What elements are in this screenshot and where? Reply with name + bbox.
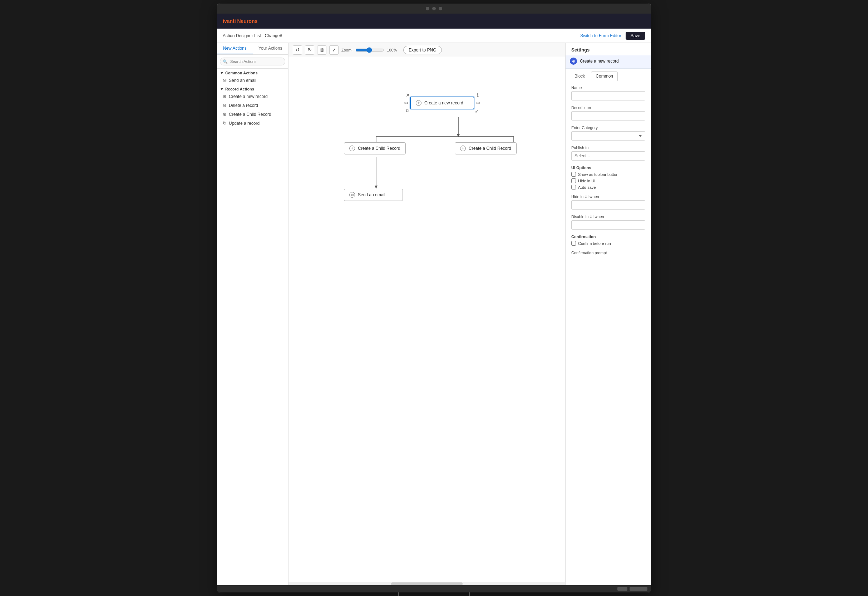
settings-disable-ui-when-field: Disable in UI when [571, 214, 645, 230]
show-toolbar-checkbox[interactable] [571, 172, 576, 177]
switch-form-editor-button[interactable]: Switch to Form Editor [580, 33, 621, 38]
bottom-bar [217, 585, 651, 592]
autosave-checkbox[interactable] [571, 185, 576, 189]
confirm-before-run-label: Confirm before run [578, 241, 611, 246]
app-window: ivanti Neurons Action Designer List - Ch… [217, 4, 651, 592]
stand-neck [398, 592, 470, 596]
header-actions: Switch to Form Editor Save [580, 32, 645, 40]
settings-header-row: ⊕ Create a new record [565, 55, 651, 69]
refresh-icon: ↻ [223, 121, 227, 126]
canvas-area[interactable]: ✕ ℹ ✂ ✂ ⧉ ⤢ Create a new record [288, 57, 565, 585]
settings-disable-ui-when-input[interactable] [571, 220, 645, 230]
node-create-child-left[interactable]: Create a Child Record [344, 142, 406, 155]
settings-hide-ui-when-label: Hide in UI when [571, 195, 645, 199]
product-name: Neurons [236, 18, 258, 24]
node-info-icon[interactable]: ℹ [477, 92, 479, 98]
zoom-pct: 100% [387, 48, 397, 52]
settings-ui-options-label: UI Options [571, 165, 645, 170]
settings-category-wrapper [571, 131, 645, 140]
tab-your-actions[interactable]: Your Actions [253, 43, 288, 55]
sidebar-item-create-child-label: Create a Child Record [229, 112, 271, 117]
settings-category-field: Enter Category [571, 125, 645, 140]
settings-header-name: Create a new record [580, 59, 619, 63]
sidebar-item-create-record-label: Create a new record [229, 94, 268, 99]
brand-name: ivanti [223, 18, 236, 24]
save-button[interactable]: Save [626, 32, 645, 40]
canvas: ✕ ℹ ✂ ✂ ⧉ ⤢ Create a new record [288, 57, 565, 257]
settings-confirmation-prompt-label: Confirmation prompt [571, 251, 645, 255]
plus-icon-2: ⊕ [223, 112, 227, 117]
settings-body: Name Description Enter Category [565, 81, 651, 264]
node-cut-icon[interactable]: ✂ [404, 100, 408, 106]
sidebar-item-delete-record[interactable]: ⊖ Delete a record [217, 101, 288, 110]
plus-icon-1: ⊕ [223, 94, 227, 99]
sidebar-tabs: New Actions Your Actions [217, 43, 288, 55]
settings-name-label: Name [571, 86, 645, 90]
settings-confirm-before-run-row: Confirm before run [571, 241, 645, 246]
record-actions-title[interactable]: ▼ Record Actions [220, 87, 285, 91]
undo-button[interactable]: ↺ [293, 46, 302, 55]
settings-category-label: Enter Category [571, 125, 645, 130]
email-icon: ✉ [223, 78, 227, 83]
settings-publish-input[interactable] [571, 151, 645, 161]
node-label-2: Create a Child Record [358, 146, 400, 151]
node-icon-email [349, 192, 355, 198]
delete-button[interactable]: 🗑 [317, 46, 326, 55]
search-input[interactable] [220, 58, 285, 65]
monitor-stand [377, 592, 491, 596]
settings-description-field: Description [571, 105, 645, 121]
svg-marker-7 [375, 186, 378, 189]
settings-hide-ui-when-input[interactable] [571, 200, 645, 209]
settings-description-input[interactable] [571, 111, 645, 121]
app-logo: ivanti Neurons [223, 18, 257, 24]
page-header: Action Designer List - Change# Switch to… [217, 29, 651, 43]
confirm-before-run-checkbox[interactable] [571, 241, 576, 246]
node-close-icon[interactable]: ✕ [406, 92, 410, 98]
bottom-ctrl-2 [630, 587, 647, 591]
settings-show-toolbar-row: Show as toolbar button [571, 172, 645, 177]
node-label-1: Create a new record [424, 100, 463, 105]
node-copy-icon[interactable]: ⧉ [406, 108, 409, 114]
toolbar: ↺ ↻ 🗑 ⤢ Zoom: 100% Export to PNG [288, 43, 565, 57]
node-icon-plus-3 [460, 146, 466, 151]
tab-new-actions[interactable]: New Actions [217, 43, 253, 55]
settings-tab-block[interactable]: Block [570, 71, 589, 81]
svg-marker-1 [457, 134, 460, 137]
node-create-child-right[interactable]: Create a Child Record [455, 142, 517, 155]
node-send-email[interactable]: Send an email [344, 189, 403, 201]
horizontal-scrollbar[interactable] [288, 582, 565, 585]
collapse-icon: ▼ [220, 71, 224, 75]
sidebar-item-delete-record-label: Delete a record [229, 103, 258, 108]
settings-description-label: Description [571, 105, 645, 110]
minus-icon: ⊖ [223, 103, 227, 108]
fit-button[interactable]: ⤢ [329, 46, 338, 55]
export-button[interactable]: Export to PNG [403, 46, 441, 55]
svg-connectors [288, 57, 565, 257]
titlebar-dot-2 [432, 7, 436, 10]
settings-confirmation-field: Confirmation Confirm before run [571, 235, 645, 246]
zoom-slider[interactable] [355, 47, 384, 53]
sidebar-item-update-record[interactable]: ↻ Update a record [217, 119, 288, 128]
sidebar-item-create-child[interactable]: ⊕ Create a Child Record [217, 110, 288, 119]
redo-button[interactable]: ↻ [305, 46, 314, 55]
sidebar-item-create-record[interactable]: ⊕ Create a new record [217, 92, 288, 101]
node-cut-right-icon[interactable]: ✂ [476, 100, 480, 106]
node-icon-plus-2 [349, 146, 355, 151]
titlebar-dot-1 [426, 7, 430, 10]
settings-tab-common[interactable]: Common [591, 71, 618, 81]
settings-disable-ui-when-label: Disable in UI when [571, 214, 645, 219]
node-expand-icon[interactable]: ⤢ [475, 108, 479, 114]
sidebar: New Actions Your Actions 🔍 ▼ Common Acti… [217, 43, 288, 585]
page-title: Action Designer List - Change# [223, 33, 282, 38]
zoom-label: Zoom: [341, 48, 353, 52]
settings-tabs: Block Common [565, 69, 651, 81]
settings-name-input[interactable] [571, 91, 645, 100]
hide-ui-checkbox[interactable] [571, 179, 576, 183]
node-create-new-record[interactable]: ✕ ℹ ✂ ✂ ⧉ ⤢ Create a new record [410, 97, 474, 109]
settings-name-field: Name [571, 86, 645, 100]
titlebar [217, 4, 651, 13]
search-box: 🔍 [217, 55, 288, 69]
common-actions-title[interactable]: ▼ Common Actions [220, 71, 285, 75]
sidebar-item-send-email[interactable]: ✉ Send an email [217, 76, 288, 85]
settings-category-select[interactable] [571, 131, 645, 140]
